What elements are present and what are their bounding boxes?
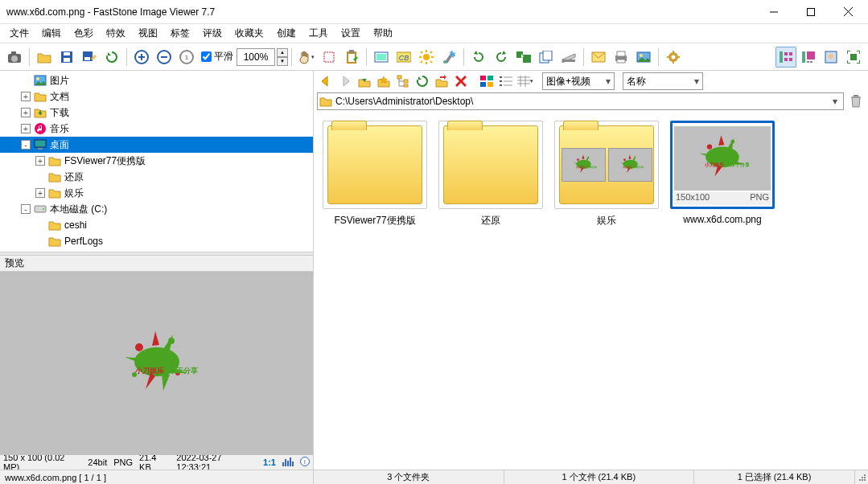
sort-combo[interactable]: 名称▾ xyxy=(623,72,703,90)
reload-icon[interactable] xyxy=(101,47,122,68)
slideshow-icon[interactable] xyxy=(371,47,392,68)
compare-builder-icon[interactable]: CB xyxy=(393,47,414,68)
tree-item-label: 音乐 xyxy=(50,122,69,136)
menu-create[interactable]: 创建 xyxy=(270,25,302,42)
zoom-in-icon[interactable] xyxy=(131,47,152,68)
saveas-icon[interactable] xyxy=(79,47,100,68)
minimize-button[interactable] xyxy=(755,0,792,24)
paste-icon[interactable] xyxy=(341,47,362,68)
tree-item[interactable]: -桌面 xyxy=(0,137,313,153)
menu-edit[interactable]: 编辑 xyxy=(35,25,68,42)
tree-item[interactable]: 还原 xyxy=(0,169,313,185)
email-icon[interactable] xyxy=(588,47,609,68)
view-list-icon[interactable] xyxy=(497,72,515,90)
acquire-icon[interactable] xyxy=(4,47,25,68)
trash-icon[interactable] xyxy=(847,92,865,110)
zoom-spinner[interactable]: ▲▼ xyxy=(277,48,288,66)
thumbnail[interactable]: 小刀娱乐乐于分享小刀娱乐乐于分享娱乐 xyxy=(553,121,660,228)
tree-item[interactable]: +FSViewer77便携版 xyxy=(0,153,313,169)
expand-icon[interactable]: + xyxy=(35,156,45,166)
tree-item-label: 桌面 xyxy=(50,138,69,152)
info-icon[interactable]: i xyxy=(300,457,310,468)
expand-icon[interactable]: + xyxy=(21,92,31,101)
menu-effects[interactable]: 特效 xyxy=(100,25,132,42)
rotate-right-icon[interactable] xyxy=(491,47,512,68)
menu-tags[interactable]: 标签 xyxy=(164,25,196,42)
collapse-icon[interactable]: - xyxy=(21,140,31,150)
preview-pane[interactable]: 小刀娱乐 乐于分享 xyxy=(0,272,313,455)
tree-item[interactable]: ceshi xyxy=(0,217,313,233)
svg-point-49 xyxy=(672,55,676,59)
expand-icon[interactable]: + xyxy=(21,124,31,133)
menu-rating[interactable]: 评级 xyxy=(196,25,228,42)
menu-fav[interactable]: 收藏夹 xyxy=(228,25,270,42)
brightness-icon[interactable] xyxy=(416,47,437,68)
thumbnail[interactable]: 小刀娱乐乐于分享150x100PNGwww.x6d.com.png xyxy=(669,121,775,225)
tree-item[interactable]: +下载 xyxy=(0,105,313,121)
filter-combo[interactable]: 图像+视频▾ xyxy=(542,72,615,90)
tree-item[interactable]: +娱乐 xyxy=(0,185,313,201)
open-icon[interactable] xyxy=(34,47,55,68)
menu-tools[interactable]: 工具 xyxy=(302,25,335,42)
menu-color[interactable]: 色彩 xyxy=(68,25,100,42)
path-dropdown-icon[interactable]: ▾ xyxy=(829,96,841,107)
smooth-checkbox[interactable]: 平滑 xyxy=(201,50,233,64)
print-icon[interactable] xyxy=(611,47,631,68)
clone-icon[interactable] xyxy=(536,47,557,68)
scanner-icon[interactable] xyxy=(558,47,579,68)
save-icon[interactable] xyxy=(56,47,77,68)
refresh-icon[interactable] xyxy=(413,72,431,90)
thumbnail-grid[interactable]: FSViewer77便携版还原小刀娱乐乐于分享小刀娱乐乐于分享娱乐小刀娱乐乐于分… xyxy=(314,113,868,470)
thumbnail[interactable]: FSViewer77便携版 xyxy=(322,121,428,228)
effects-icon[interactable] xyxy=(438,47,459,68)
tree-item[interactable]: PerfLogs xyxy=(0,233,313,249)
close-button[interactable] xyxy=(829,0,866,24)
svg-rect-97 xyxy=(487,82,493,87)
expand-icon[interactable]: + xyxy=(35,188,45,198)
nav-tree-icon[interactable] xyxy=(394,72,412,90)
folder-tree[interactable]: 图片+文档+下载+音乐-桌面+FSViewer77便携版还原+娱乐-本地磁盘 (… xyxy=(0,71,313,252)
nav-favorites-icon[interactable] xyxy=(375,72,393,90)
zoom-actual-icon[interactable]: 1 xyxy=(176,47,197,68)
nav-back-icon[interactable] xyxy=(317,72,335,90)
rotate-left-icon[interactable] xyxy=(468,47,489,68)
thumb-label: www.x6d.com.png xyxy=(683,214,761,225)
menu-file[interactable]: 文件 xyxy=(3,25,35,42)
svg-rect-100 xyxy=(500,84,502,86)
tree-item-label: 还原 xyxy=(64,170,84,184)
fullscreen-icon[interactable] xyxy=(843,47,864,68)
view-filmstrip-icon[interactable] xyxy=(798,47,819,68)
settings-icon[interactable] xyxy=(663,47,684,68)
zoom-out-icon[interactable] xyxy=(154,47,175,68)
tree-item[interactable]: +音乐 xyxy=(0,121,313,137)
svg-rect-55 xyxy=(780,51,783,63)
nav-up-icon[interactable] xyxy=(356,72,373,90)
resize-icon[interactable] xyxy=(513,47,534,68)
tree-item[interactable]: 图片 xyxy=(0,72,313,88)
tree-item[interactable]: +文档 xyxy=(0,88,313,105)
menu-help[interactable]: 帮助 xyxy=(367,25,399,42)
menu-view[interactable]: 视图 xyxy=(132,25,164,42)
view-single-icon[interactable] xyxy=(821,47,841,68)
hand-icon[interactable]: ▾ xyxy=(296,47,317,68)
svg-point-68 xyxy=(36,77,39,80)
expand-icon[interactable]: + xyxy=(21,108,31,117)
zoom-value[interactable]: 100% xyxy=(237,48,275,66)
histogram-icon[interactable] xyxy=(282,457,294,468)
collapse-icon[interactable]: - xyxy=(21,204,31,214)
svg-text:小刀娱乐: 小刀娱乐 xyxy=(574,166,585,169)
delete-icon[interactable] xyxy=(452,72,470,90)
maximize-button[interactable] xyxy=(792,0,829,24)
view-thumbnails-icon[interactable] xyxy=(775,47,796,68)
select-rect-icon[interactable] xyxy=(319,47,339,68)
view-large-icons-icon[interactable] xyxy=(478,72,496,90)
menu-settings[interactable]: 设置 xyxy=(335,25,367,42)
tree-item[interactable]: -本地磁盘 (C:) xyxy=(0,201,313,217)
thumbnail[interactable]: 还原 xyxy=(438,121,544,228)
nav-forward-icon[interactable] xyxy=(336,72,354,90)
view-details-icon[interactable]: ▾ xyxy=(516,72,534,90)
wallpaper-icon[interactable] xyxy=(633,47,654,68)
resize-grip[interactable] xyxy=(855,472,868,483)
path-input[interactable]: C:\Users\Administrator\Desktop\ ▾ xyxy=(317,92,844,110)
copy-to-icon[interactable] xyxy=(433,72,450,90)
